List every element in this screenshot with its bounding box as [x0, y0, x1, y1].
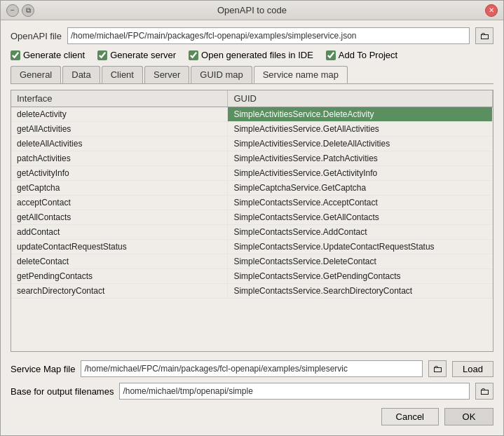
- interface-cell: getActivityInfo: [11, 166, 228, 181]
- guid-cell: SimpleContactsService.GetPendingContacts: [228, 269, 493, 284]
- service-map-folder-icon: 🗀: [433, 363, 442, 374]
- open-ide-checkbox[interactable]: Open generated files in IDE: [189, 50, 313, 60]
- tab-server[interactable]: Server: [144, 66, 189, 83]
- table-row[interactable]: getPendingContactsSimpleContactsService.…: [11, 269, 493, 284]
- guid-cell: SimpleActivitiesService.GetActivityInfo: [228, 166, 493, 181]
- generate-server-checkbox[interactable]: Generate server: [97, 50, 176, 60]
- table-row[interactable]: searchDirectoryContactSimpleContactsServ…: [11, 284, 493, 299]
- guid-cell: SimpleContactsService.DeleteContact: [228, 254, 493, 269]
- interface-cell: addContact: [11, 225, 228, 240]
- main-window: − ⧉ OpenAPI to code ✕ OpenAPI file 🗀: [0, 0, 504, 436]
- base-output-label: Base for output filenames: [11, 386, 114, 397]
- guid-cell: SimpleContactsService.AddContact: [228, 225, 493, 240]
- load-button[interactable]: Load: [452, 361, 493, 377]
- table-row[interactable]: getAllActivitiesSimpleActivitiesService.…: [11, 122, 493, 137]
- interface-cell: getPendingContacts: [11, 269, 228, 284]
- interface-cell: searchDirectoryContact: [11, 284, 228, 299]
- table-row[interactable]: deleteActivitySimpleActivitiesService.De…: [11, 107, 493, 122]
- guid-cell: SimpleContactsService.AcceptContact: [228, 196, 493, 210]
- tab-service-name-map[interactable]: Service name map: [254, 66, 348, 83]
- table-row[interactable]: acceptContactSimpleContactsService.Accep…: [11, 196, 493, 210]
- interface-cell: getAllActivities: [11, 122, 228, 137]
- minimize-button[interactable]: −: [6, 4, 19, 17]
- base-output-input[interactable]: [119, 383, 470, 400]
- interface-cell: acceptContact: [11, 196, 228, 210]
- window-title: OpenAPI to code: [48, 5, 456, 15]
- bottom-buttons: Cancel OK: [11, 405, 493, 428]
- openapi-folder-button[interactable]: 🗀: [475, 27, 493, 44]
- table-row[interactable]: getAllContactsSimpleContactsService.GetA…: [11, 210, 493, 225]
- openapi-file-label: OpenAPI file: [11, 31, 62, 41]
- interface-cell: getAllContacts: [11, 210, 228, 225]
- table-wrapper: Interface GUID deleteActivitySimpleActiv…: [11, 90, 493, 352]
- interface-cell: patchActivities: [11, 151, 228, 166]
- guid-cell: SimpleActivitiesService.DeleteActivity: [228, 107, 493, 122]
- interface-cell: getCaptcha: [11, 181, 228, 196]
- generate-client-checkbox[interactable]: Generate client: [11, 50, 85, 60]
- tab-client[interactable]: Client: [102, 66, 143, 83]
- service-map-folder-button[interactable]: 🗀: [428, 360, 447, 377]
- service-map-row: Service Map file 🗀 Load: [11, 357, 493, 377]
- service-table: Interface GUID deleteActivitySimpleActiv…: [11, 90, 493, 299]
- table-row[interactable]: getCaptchaSimpleCaptchaService.GetCaptch…: [11, 181, 493, 196]
- window-body: OpenAPI file 🗀 Generate client Generate …: [1, 20, 503, 435]
- interface-cell: updateContactRequestStatus: [11, 240, 228, 254]
- col-interface-header: Interface: [11, 90, 228, 107]
- interface-cell: deleteActivity: [11, 107, 228, 122]
- table-row[interactable]: deleteAllActivitiesSimpleActivitiesServi…: [11, 137, 493, 151]
- cancel-button[interactable]: Cancel: [381, 408, 439, 425]
- guid-cell: SimpleActivitiesService.DeleteAllActivit…: [228, 137, 493, 151]
- guid-cell: SimpleCaptchaService.GetCaptcha: [228, 181, 493, 196]
- ok-button[interactable]: OK: [444, 408, 493, 425]
- interface-cell: deleteContact: [11, 254, 228, 269]
- table-row[interactable]: deleteContactSimpleContactsService.Delet…: [11, 254, 493, 269]
- table-row[interactable]: getActivityInfoSimpleActivitiesService.G…: [11, 166, 493, 181]
- add-to-project-checkbox[interactable]: Add To Project: [326, 50, 397, 60]
- title-bar: − ⧉ OpenAPI to code ✕: [1, 1, 503, 20]
- base-output-folder-button[interactable]: 🗀: [475, 383, 493, 400]
- guid-cell: SimpleActivitiesService.PatchActivities: [228, 151, 493, 166]
- table-row[interactable]: updateContactRequestStatusSimpleContacts…: [11, 240, 493, 254]
- restore-button[interactable]: ⧉: [22, 4, 34, 17]
- guid-cell: SimpleContactsService.UpdateContactReque…: [228, 240, 493, 254]
- col-guid-header: GUID: [228, 90, 493, 107]
- table-row[interactable]: addContactSimpleContactsService.AddConta…: [11, 225, 493, 240]
- openapi-file-input[interactable]: [67, 27, 470, 44]
- guid-cell: SimpleActivitiesService.GetAllActivities: [228, 122, 493, 137]
- base-output-row: Base for output filenames 🗀: [11, 383, 493, 400]
- guid-cell: SimpleContactsService.GetAllContacts: [228, 210, 493, 225]
- base-output-folder-icon: 🗀: [479, 386, 489, 397]
- guid-cell: SimpleContactsService.SearchDirectoryCon…: [228, 284, 493, 299]
- tab-data[interactable]: Data: [62, 66, 100, 83]
- service-map-label: Service Map file: [11, 364, 75, 374]
- openapi-file-row: OpenAPI file 🗀: [11, 27, 493, 44]
- tabs-row: General Data Client Server GUID map Serv…: [11, 66, 493, 84]
- interface-cell: deleteAllActivities: [11, 137, 228, 151]
- tab-general[interactable]: General: [11, 66, 61, 83]
- tab-guid-map[interactable]: GUID map: [191, 66, 252, 83]
- close-button[interactable]: ✕: [485, 4, 498, 17]
- service-map-input[interactable]: [81, 360, 423, 377]
- folder-icon: 🗀: [479, 30, 489, 41]
- table-row[interactable]: patchActivitiesSimpleActivitiesService.P…: [11, 151, 493, 166]
- checkboxes-row: Generate client Generate server Open gen…: [11, 50, 493, 60]
- table-scroll[interactable]: Interface GUID deleteActivitySimpleActiv…: [11, 90, 493, 351]
